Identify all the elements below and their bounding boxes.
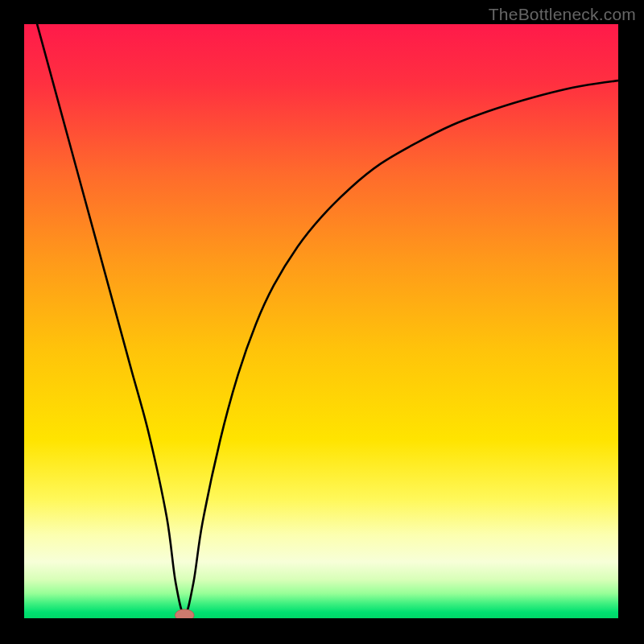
min-marker (175, 609, 194, 618)
chart-frame: TheBottleneck.com (0, 0, 644, 644)
plot-area (24, 24, 618, 618)
watermark: TheBottleneck.com (489, 5, 636, 24)
chart-svg (24, 24, 618, 618)
gradient-bg (24, 24, 618, 618)
